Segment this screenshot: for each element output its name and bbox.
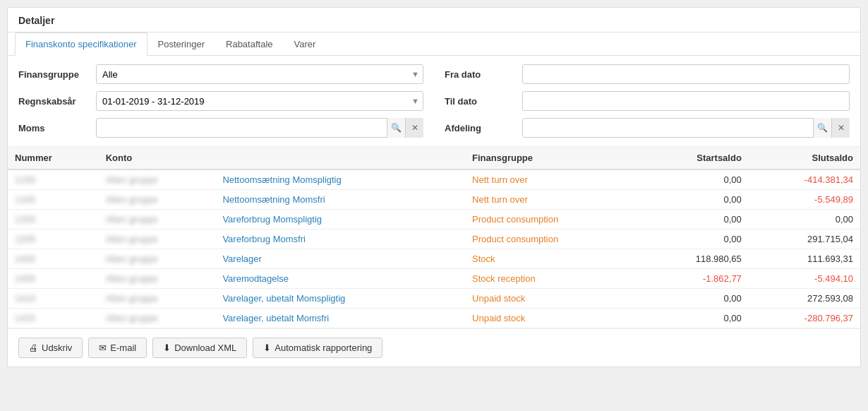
konto-link[interactable]: Varelager	[222, 254, 261, 264]
afdeling-wrap: 🔍 ✕	[522, 118, 850, 138]
tab-varer[interactable]: Varer	[284, 32, 327, 56]
cell-konto-blurred: Alten gruppe	[99, 289, 216, 309]
print-icon: 🖨	[29, 342, 38, 353]
afdeling-search-button[interactable]: 🔍	[813, 118, 831, 138]
cell-nummer: 1105	[8, 190, 99, 210]
table-row: 1410Alten gruppeVarelager, ubetalt Momsp…	[8, 289, 860, 309]
cell-nummer: 1200	[8, 210, 99, 230]
afdeling-input-icons: 🔍 ✕	[813, 118, 850, 138]
cell-finansgruppe: Product consumption	[465, 210, 642, 230]
table-row: 1100Alten gruppeNettoomsætning Momspligt…	[8, 169, 860, 190]
cell-finansgruppe: Unpaid stock	[465, 289, 642, 309]
table-body: 1100Alten gruppeNettoomsætning Momspligt…	[8, 169, 860, 328]
konto-link[interactable]: Vareforbrug Momsfri	[222, 234, 306, 244]
main-container: Detaljer Finanskonto specifikationer Pos…	[7, 7, 861, 367]
automatisk-icon: ⬇	[263, 342, 271, 353]
cell-konto-blurred: Alten gruppe	[99, 210, 216, 230]
cell-startsaldo: 0,00	[642, 309, 748, 328]
finansgruppe-select[interactable]: Alle	[96, 64, 423, 84]
cell-konto-link[interactable]: Varemodtagelse	[215, 269, 465, 289]
download-xml-icon: ⬇	[163, 342, 171, 353]
moms-wrap: 🔍 ✕	[96, 118, 423, 138]
automatisk-rapportering-button[interactable]: ⬇ Automatisk rapportering	[253, 338, 382, 358]
table-row: 1105Alten gruppeNettoomsætning MomsfriNe…	[8, 190, 860, 210]
email-button[interactable]: ✉ E-mail	[88, 338, 147, 358]
cell-nummer: 1410	[8, 289, 99, 309]
cell-finansgruppe: Unpaid stock	[465, 309, 642, 328]
konto-link[interactable]: Nettoomsætning Momsfri	[222, 194, 325, 205]
table-area: Nummer Konto Finansgruppe Startsaldo Slu…	[8, 147, 860, 328]
konto-link[interactable]: Varelager, ubetalt Momsfri	[222, 313, 329, 323]
til-dato-row: Til dato 31-12-2019	[445, 91, 850, 111]
cell-slutsaldo: -5.494,10	[749, 269, 860, 289]
cell-konto-blurred: Alten gruppe	[99, 249, 216, 269]
cell-nummer: 1405	[8, 269, 99, 289]
cell-konto-link[interactable]: Varelager	[215, 249, 465, 269]
cell-finansgruppe: Stock	[465, 249, 642, 269]
col-finansgruppe: Finansgruppe	[465, 147, 642, 169]
konto-link[interactable]: Vareforbrug Momspligtig	[222, 214, 322, 225]
cell-konto-blurred: Alten gruppe	[99, 169, 216, 190]
fra-dato-row: Fra dato 01-01-2019	[445, 64, 850, 84]
cell-nummer: 1100	[8, 169, 99, 190]
cell-konto-link[interactable]: Nettoomsætning Momspligtig	[215, 169, 465, 190]
table-row: 1205Alten gruppeVareforbrug MomsfriProdu…	[8, 230, 860, 249]
regnskabsaar-select[interactable]: 01-01-2019 - 31-12-2019	[96, 91, 423, 111]
col-slutsaldo: Slutsaldo	[749, 147, 860, 169]
cell-startsaldo: 0,00	[642, 210, 748, 230]
table-row: 1405Alten gruppeVaremodtagelseStock rece…	[8, 269, 860, 289]
cell-finansgruppe: Nett turn over	[465, 169, 642, 190]
cell-startsaldo: 0,00	[642, 230, 748, 249]
tab-rabataftale[interactable]: Rabataftale	[215, 32, 284, 56]
moms-label: Moms	[18, 123, 89, 133]
col-startsaldo: Startsaldo	[642, 147, 748, 169]
cell-konto-link[interactable]: Varelager, ubetalt Momsfri	[215, 309, 465, 328]
moms-clear-button[interactable]: ✕	[405, 118, 423, 138]
moms-search-button[interactable]: 🔍	[387, 118, 405, 138]
cell-nummer: 1400	[8, 249, 99, 269]
page-title: Detaljer	[8, 8, 860, 32]
data-table: Nummer Konto Finansgruppe Startsaldo Slu…	[8, 147, 860, 328]
cell-finansgruppe: Nett turn over	[465, 190, 642, 210]
cell-startsaldo: 0,00	[642, 190, 748, 210]
udskriv-button[interactable]: 🖨 Udskriv	[18, 338, 83, 358]
afdeling-label: Afdeling	[445, 123, 515, 133]
footer-buttons: 🖨 Udskriv ✉ E-mail ⬇ Download XML ⬇ Auto…	[8, 328, 860, 367]
table-header-row: Nummer Konto Finansgruppe Startsaldo Slu…	[8, 147, 860, 169]
afdeling-input[interactable]	[522, 118, 850, 138]
fra-dato-input[interactable]: 01-01-2019	[522, 64, 850, 84]
cell-slutsaldo: -5.549,89	[749, 190, 860, 210]
til-dato-input[interactable]: 31-12-2019	[522, 91, 850, 111]
cell-nummer: 1205	[8, 230, 99, 249]
konto-link[interactable]: Nettoomsætning Momspligtig	[222, 174, 341, 185]
til-dato-label: Til dato	[445, 96, 515, 107]
cell-slutsaldo: -414.381,34	[749, 169, 860, 190]
automatisk-label: Automatisk rapportering	[275, 342, 372, 353]
col-konto: Konto	[99, 147, 465, 169]
konto-link[interactable]: Varemodtagelse	[222, 273, 289, 284]
afdeling-clear-button[interactable]: ✕	[831, 118, 850, 138]
download-xml-button[interactable]: ⬇ Download XML	[152, 338, 247, 358]
cell-konto-blurred: Alten gruppe	[99, 190, 216, 210]
konto-link[interactable]: Varelager, ubetalt Momspligtig	[222, 293, 345, 304]
cell-konto-link[interactable]: Nettoomsætning Momsfri	[215, 190, 465, 210]
email-icon: ✉	[99, 342, 107, 353]
download-xml-label: Download XML	[174, 342, 236, 353]
email-label: E-mail	[110, 342, 136, 353]
cell-konto-link[interactable]: Vareforbrug Momsfri	[215, 230, 465, 249]
udskriv-label: Udskriv	[42, 342, 72, 353]
cell-konto-blurred: Alten gruppe	[99, 269, 216, 289]
col-nummer: Nummer	[8, 147, 99, 169]
moms-input[interactable]	[96, 118, 423, 138]
tab-bar: Finanskonto specifikationer Posteringer …	[8, 32, 860, 56]
tab-finanskonto[interactable]: Finanskonto specifikationer	[15, 32, 147, 56]
cell-konto-blurred: Alten gruppe	[99, 309, 216, 328]
tab-posteringer[interactable]: Posteringer	[147, 32, 215, 56]
cell-nummer: 1415	[8, 309, 99, 328]
cell-slutsaldo: 291.715,04	[749, 230, 860, 249]
moms-row: Moms 🔍 ✕	[18, 118, 423, 138]
cell-konto-link[interactable]: Vareforbrug Momspligtig	[215, 210, 465, 230]
regnskabsaar-label: Regnskabsår	[18, 96, 89, 107]
cell-konto-link[interactable]: Varelager, ubetalt Momspligtig	[215, 289, 465, 309]
cell-konto-blurred: Alten gruppe	[99, 230, 216, 249]
